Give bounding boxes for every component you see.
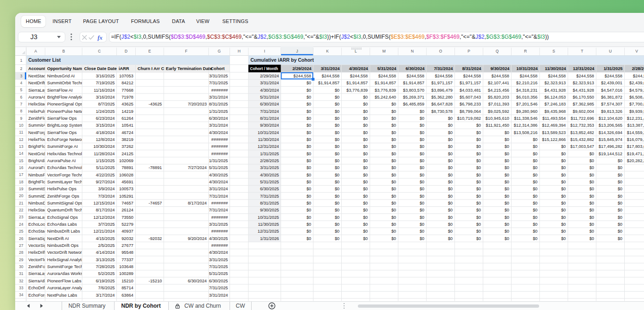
svg-text:$0: $0 (420, 229, 424, 234)
svg-text:$1,971,157: $1,971,157 (431, 81, 453, 85)
svg-text:$244,558: $244,558 (322, 74, 339, 78)
svg-text:6/30/2025: 6/30/2025 (260, 187, 279, 191)
svg-text:$0: $0 (335, 116, 339, 121)
svg-text:102069: 102069 (119, 158, 133, 163)
svg-text:4/30/2024: 4/30/2024 (349, 66, 368, 71)
svg-text:$244,558: $244,558 (604, 74, 622, 78)
svg-text:$0: $0 (363, 215, 368, 220)
svg-text:$0: $0 (533, 187, 537, 191)
svg-text:$0: $0 (618, 215, 622, 220)
svg-text:9/30/2025: 9/30/2025 (260, 208, 279, 212)
svg-text:F: F (185, 49, 187, 53)
svg-text:$244,558: $244,558 (520, 74, 538, 78)
svg-text:1/31/2026: 1/31/2026 (260, 236, 279, 241)
svg-text:I: I (264, 49, 265, 53)
svg-text:$0: $0 (476, 201, 481, 205)
svg-text:$0: $0 (306, 208, 311, 212)
svg-text:QuantumDrift Techno: QuantumDrift Techno (47, 208, 88, 212)
svg-text:12/31/2024: 12/31/2024 (573, 66, 594, 71)
svg-text:$0: $0 (505, 152, 509, 156)
svg-text:30: 30 (19, 264, 23, 269)
svg-text:$6,170,550: $6,170,550 (573, 95, 594, 99)
svg-text:$0: $0 (363, 116, 368, 121)
svg-text:$0: $0 (448, 215, 453, 220)
svg-text:$0: $0 (561, 173, 566, 177)
svg-text:19: 19 (19, 187, 23, 191)
svg-text:31: 31 (19, 271, 23, 276)
svg-text:$0: $0 (306, 222, 311, 227)
svg-text:6/30/2024: 6/30/2024 (406, 66, 425, 71)
svg-text:$0: $0 (391, 187, 396, 191)
svg-text:$0: $0 (306, 137, 311, 142)
svg-text:52279: 52279 (121, 222, 133, 227)
svg-text:$4,579,316: $4,579,316 (629, 88, 644, 93)
svg-text:74657: 74657 (121, 201, 133, 205)
svg-text:11/30/2024: 11/30/2024 (258, 137, 279, 142)
svg-text:$0: $0 (476, 152, 481, 156)
svg-text:106028: 106028 (119, 173, 133, 177)
svg-text:$0: $0 (306, 109, 311, 114)
svg-text:G: G (218, 49, 221, 53)
svg-text:25: 25 (19, 229, 23, 234)
svg-text:$0: $0 (391, 109, 396, 114)
svg-text:R: R (524, 49, 527, 53)
svg-text:$0: $0 (448, 208, 453, 212)
svg-text:$0: $0 (391, 116, 396, 121)
svg-text:$0: $0 (391, 123, 396, 128)
svg-text:$9,435,968: $9,435,968 (544, 109, 566, 114)
svg-text:$9,280,960: $9,280,960 (516, 109, 538, 114)
svg-text:$4,215,456: $4,215,456 (488, 88, 509, 93)
svg-text:$0: $0 (618, 208, 622, 212)
svg-text:E: E (148, 49, 151, 53)
svg-text:$2,107,441: $2,107,441 (488, 81, 509, 85)
svg-text:$0: $0 (391, 229, 396, 234)
svg-text:$2,439,001: $2,439,001 (601, 81, 622, 85)
svg-text:$0: $0 (505, 158, 509, 163)
svg-text:$0: $0 (476, 165, 481, 170)
svg-text:$12,231,406: $12,231,406 (627, 116, 644, 121)
svg-text:HelixStack: HelixStack (29, 102, 49, 106)
svg-text:8: 8 (20, 109, 23, 113)
svg-text:1/31/2025: 1/31/2025 (260, 152, 279, 156)
svg-text:$0: $0 (505, 208, 509, 212)
svg-text:7/31/2024: 7/31/2024 (260, 109, 279, 114)
svg-text:$12,732,353: $12,732,353 (570, 123, 594, 128)
svg-text:SummitSignal Ops: SummitSignal Ops (47, 201, 83, 205)
svg-text:$0: $0 (589, 180, 594, 184)
svg-text:4/30/2025: 4/30/2025 (209, 173, 228, 177)
svg-text:$0: $0 (448, 158, 453, 163)
svg-text:$4,318,231: $4,318,231 (516, 88, 538, 93)
svg-text:$0: $0 (420, 144, 424, 149)
svg-text:$0: $0 (561, 180, 566, 184)
svg-text:2/28/2025: 2/28/2025 (632, 66, 644, 71)
svg-text:$0: $0 (391, 194, 396, 199)
svg-text:NimbusDrift Ops: NimbusDrift Ops (47, 243, 79, 248)
svg-text:$0: $0 (448, 137, 453, 142)
svg-text:Churn I Arr C: Churn I Arr C (138, 66, 164, 71)
svg-text:$10,945,610: $10,945,610 (485, 116, 509, 121)
svg-text:7/27/2024: 7/27/2024 (188, 165, 207, 170)
svg-text:$15,845,974: $15,845,974 (598, 137, 622, 142)
svg-text:8/31/2024: 8/31/2024 (462, 66, 482, 71)
svg-text:SierraFlow AI: SierraFlow AI (47, 88, 73, 93)
svg-text:J: J (296, 49, 298, 53)
svg-text:4/15/2025: 4/15/2025 (96, 236, 115, 241)
svg-text:5/2/2025: 5/2/2025 (98, 271, 115, 276)
svg-text:18: 18 (19, 180, 23, 184)
svg-text:$0: $0 (363, 130, 368, 135)
svg-text:$244,558: $244,558 (407, 74, 425, 78)
svg-text:$0: $0 (306, 88, 311, 93)
svg-text:SierraFlow Ops: SierraFlow Ops (47, 130, 77, 135)
svg-text:$0: $0 (476, 130, 481, 135)
svg-text:37262: 37262 (121, 144, 133, 149)
svg-text:SummitOrbit Technologies: SummitOrbit Technologies (47, 81, 98, 85)
svg-text:$0: $0 (505, 165, 509, 170)
svg-text:$0: $0 (335, 215, 339, 220)
svg-text:-92032: -92032 (149, 236, 162, 241)
svg-text:15210: 15210 (121, 279, 133, 283)
svg-text:27: 27 (19, 243, 23, 248)
svg-text:$0: $0 (561, 222, 566, 227)
svg-text:$0: $0 (618, 180, 622, 184)
svg-text:$9,025,592: $9,025,592 (488, 109, 509, 114)
svg-text:1/31/2025: 1/31/2025 (209, 158, 228, 163)
